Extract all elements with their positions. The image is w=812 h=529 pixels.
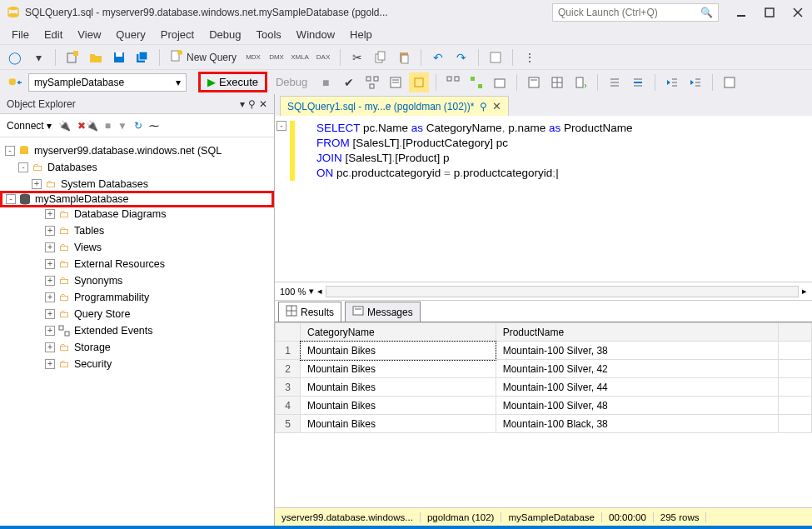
column-productname[interactable]: ProductName (496, 323, 778, 342)
change-connection-button[interactable] (5, 72, 25, 92)
tab-sqlquery1[interactable]: SQLQuery1.sql - my...e (pgoldman (102))*… (280, 96, 509, 116)
tree-storage-node[interactable]: +🗀Storage (0, 339, 274, 356)
quick-launch-search[interactable]: 🔍 (552, 3, 719, 22)
uncomment-button[interactable] (628, 72, 648, 92)
intellisense-button[interactable] (409, 72, 429, 92)
zoom-level[interactable]: 100 % (280, 287, 306, 297)
minimize-button[interactable] (734, 5, 749, 20)
horizontal-scrollbar[interactable] (326, 286, 799, 297)
svg-rect-55 (65, 332, 69, 336)
menu-project[interactable]: Project (161, 28, 194, 41)
display-estimated-plan-button[interactable] (362, 72, 382, 92)
include-live-stats-button[interactable] (466, 72, 486, 92)
tab-results[interactable]: Results (278, 302, 341, 322)
tab-messages[interactable]: Messages (345, 302, 421, 322)
tree-security-node[interactable]: +🗀Security (0, 356, 274, 372)
activity-icon[interactable]: ⁓ (149, 120, 159, 132)
scroll-right-icon[interactable]: ▸ (802, 286, 807, 297)
tree-database-diagrams-node[interactable]: +🗀Database Diagrams (0, 206, 274, 222)
specify-values-button[interactable] (720, 72, 740, 92)
pin-icon[interactable]: ⚲ (248, 98, 256, 110)
menu-debug[interactable]: Debug (209, 28, 241, 41)
debug-button[interactable]: Debug (271, 76, 312, 88)
new-project-button[interactable] (62, 47, 82, 67)
tree-programmability-node[interactable]: +🗀Programmability (0, 289, 274, 306)
results-row[interactable]: 4Mountain BikesMountain-100 Silver, 48 (276, 397, 812, 415)
menu-view[interactable]: View (77, 28, 101, 41)
overflow-icon[interactable]: ⋮ (520, 47, 540, 67)
chevron-down-icon[interactable]: ▾ (309, 286, 314, 297)
results-to-file-button[interactable] (570, 72, 590, 92)
dmx-query-button[interactable]: DMX (267, 47, 286, 67)
disconnect-icon[interactable]: ✖🔌 (77, 120, 98, 132)
tree-server-node[interactable]: -myserver99.database.windows.net (SQL (0, 142, 274, 159)
execute-button[interactable]: ▶ Execute (198, 72, 267, 92)
query-options-button[interactable] (386, 72, 406, 92)
xmla-query-button[interactable]: XMLA (290, 47, 310, 67)
results-row[interactable]: 1Mountain BikesMountain-100 Silver, 38 (276, 342, 812, 360)
nav-forward-button[interactable]: ▾ (28, 47, 48, 67)
results-grid[interactable]: CategoryName ProductName 1Mountain Bikes… (275, 322, 812, 507)
tree-system-databases-node[interactable]: +🗀System Databases (0, 176, 274, 192)
connect-button[interactable]: Connect▾ (7, 120, 52, 132)
tree-views-node[interactable]: +🗀Views (0, 239, 274, 256)
open-file-button[interactable] (86, 47, 106, 67)
undo-button[interactable]: ↶ (428, 47, 448, 67)
tree-databases-node[interactable]: -🗀Databases (0, 159, 274, 176)
dropdown-icon[interactable]: ▾ (240, 98, 245, 110)
close-button[interactable] (790, 5, 805, 20)
increase-indent-button[interactable] (685, 72, 705, 92)
menu-file[interactable]: File (12, 28, 29, 41)
comment-button[interactable] (605, 72, 625, 92)
save-button[interactable] (109, 47, 129, 67)
scroll-left-icon[interactable]: ◂ (317, 286, 322, 297)
cut-button[interactable]: ✂ (347, 47, 367, 67)
tree-query-store-node[interactable]: +🗀Query Store (0, 306, 274, 322)
dax-query-button[interactable]: DAX (313, 47, 333, 67)
outline-toggle[interactable]: - (276, 121, 286, 131)
results-row[interactable]: 5Mountain BikesMountain-100 Black, 38 (276, 415, 812, 433)
connect-icon[interactable]: 🔌 (58, 120, 71, 132)
tree-mysampledatabase-node[interactable]: -mySampleDatabase (0, 191, 274, 207)
database-selector[interactable]: mySampleDatabase ▾ (28, 73, 187, 92)
tree-external-resources-node[interactable]: +🗀External Resources (0, 256, 274, 272)
menu-query[interactable]: Query (116, 28, 145, 41)
menubar: File Edit View Query Project Debug Tools… (0, 25, 812, 44)
close-tab-icon[interactable]: ✕ (492, 100, 501, 112)
mdx-query-button[interactable]: MDX (243, 47, 263, 67)
stop-icon[interactable]: ■ (105, 120, 111, 132)
paste-button[interactable] (394, 47, 414, 67)
results-row[interactable]: 3Mountain BikesMountain-100 Silver, 44 (276, 378, 812, 397)
column-categoryname[interactable]: CategoryName (301, 323, 496, 342)
maximize-button[interactable] (762, 5, 777, 20)
results-row[interactable]: 2Mountain BikesMountain-100 Silver, 42 (276, 360, 812, 378)
redo-button[interactable]: ↷ (451, 47, 471, 67)
tree-extended-events-node[interactable]: +Extended Events (0, 322, 274, 339)
tree-synonyms-node[interactable]: +🗀Synonyms (0, 272, 274, 289)
svg-rect-52 (20, 147, 28, 154)
new-query-button[interactable]: New Query (167, 49, 240, 65)
close-panel-icon[interactable]: ✕ (259, 98, 267, 110)
menu-help[interactable]: Help (350, 28, 372, 41)
menu-tools[interactable]: Tools (257, 28, 281, 41)
pin-icon[interactable]: ⚲ (480, 101, 487, 112)
results-to-text-button[interactable] (524, 72, 544, 92)
parse-button[interactable]: ✔ (339, 72, 359, 92)
menu-edit[interactable]: Edit (44, 28, 62, 41)
include-actual-plan-button[interactable] (443, 72, 463, 92)
status-user: pgoldman (102) (421, 512, 502, 522)
properties-button[interactable] (486, 47, 506, 67)
sql-editor[interactable]: - SELECT pc.Name as CategoryName, p.name… (275, 116, 812, 282)
decrease-indent-button[interactable] (662, 72, 682, 92)
menu-window[interactable]: Window (296, 28, 335, 41)
include-client-stats-button[interactable] (490, 72, 510, 92)
stop-button[interactable]: ■ (316, 72, 336, 92)
refresh-icon[interactable]: ↻ (134, 120, 142, 132)
nav-back-button[interactable]: ◯ (5, 47, 25, 67)
copy-button[interactable] (371, 47, 391, 67)
results-to-grid-button[interactable] (547, 72, 567, 92)
filter-icon[interactable]: ▼ (117, 120, 127, 132)
save-all-button[interactable] (132, 47, 152, 67)
tree-tables-node[interactable]: +🗀Tables (0, 222, 274, 239)
quick-launch-input[interactable] (558, 7, 700, 18)
